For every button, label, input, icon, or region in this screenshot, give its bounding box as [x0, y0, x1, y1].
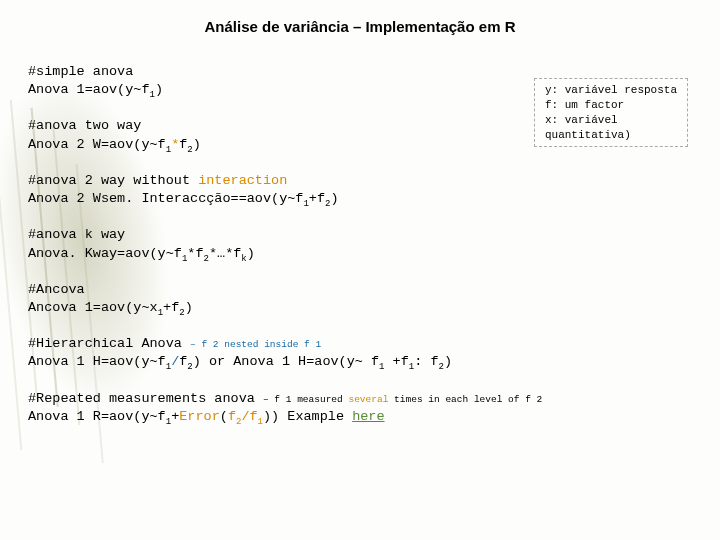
inline-note: – f 1 measured several times in each lev… [263, 394, 542, 405]
code-block-hierarchical: #Hierarchical Anova – f 2 nested inside … [28, 335, 692, 371]
code-block-two-way-no-interaction: #anova 2 way without interaction Anova 2… [28, 172, 692, 208]
legend-line: x: variável [545, 113, 677, 128]
highlight-word: interaction [198, 173, 287, 188]
inline-note: – f 2 nested inside f 1 [190, 339, 321, 350]
comment: #Repeated measurements anova – f 1 measu… [28, 390, 692, 408]
page-title: Análise de variância – Implementação em … [28, 18, 692, 35]
comment: #anova 2 way without interaction [28, 172, 692, 190]
legend-box: y: variável resposta f: um factor x: var… [534, 78, 688, 147]
code-block-repeated: #Repeated measurements anova – f 1 measu… [28, 390, 692, 426]
comment: #Hierarchical Anova – f 2 nested inside … [28, 335, 692, 353]
code-line: Anova 1 R=aov(y~f1+Error(f2/f1)) Example… [28, 408, 692, 426]
slide-content: Análise de variância – Implementação em … [0, 0, 720, 462]
code-line: Anova 2 Wsem. Interaccção==aov(y~f1+f2) [28, 190, 692, 208]
legend-line: quantitativa) [545, 128, 677, 143]
code-line: Ancova 1=aov(y~x1+f2) [28, 299, 692, 317]
legend-line: f: um factor [545, 98, 677, 113]
code-block-ancova: #Ancova Ancova 1=aov(y~x1+f2) [28, 281, 692, 317]
code-block-kway: #anova k way Anova. Kway=aov(y~f1*f2*…*f… [28, 226, 692, 262]
comment: #anova k way [28, 226, 692, 244]
code-line: Anova 1 H=aov(y~f1/f2) or Anova 1 H=aov(… [28, 353, 692, 371]
error-keyword: Error [179, 409, 220, 424]
example-link[interactable]: here [352, 409, 384, 424]
legend-line: y: variável resposta [545, 83, 677, 98]
comment: #Ancova [28, 281, 692, 299]
code-line: Anova. Kway=aov(y~f1*f2*…*fk) [28, 245, 692, 263]
